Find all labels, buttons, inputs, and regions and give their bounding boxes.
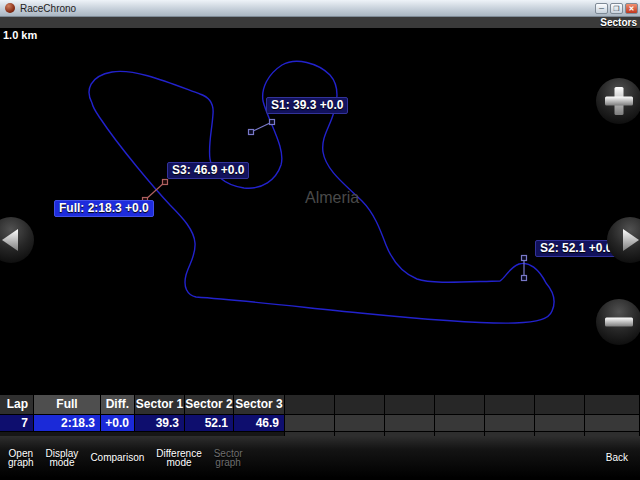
minimize-button[interactable]: ─ [595, 3, 608, 14]
restore-button[interactable]: ❐ [610, 3, 623, 14]
cell-sector3: 46.9 [234, 415, 285, 432]
sector1-marker [249, 120, 275, 135]
difference-mode-button[interactable]: Difference mode [150, 436, 207, 480]
header-full: Full [34, 395, 101, 415]
cell-lap: 7 [0, 415, 34, 432]
close-button[interactable]: ✕ [625, 3, 638, 14]
header-sector1: Sector 1 [135, 395, 185, 415]
display-mode-button[interactable]: Display mode [40, 436, 85, 480]
minus-icon [605, 318, 633, 327]
table-header-row: Lap Full Diff. Sector 1 Sector 2 Sector … [0, 395, 640, 415]
bottom-toolbar: Open graph Display mode Comparison Diffe… [0, 436, 640, 480]
prev-lap-button[interactable] [0, 217, 34, 263]
window-titlebar: RaceChrono ─ ❐ ✕ [0, 0, 640, 17]
results-table: Lap Full Diff. Sector 1 Sector 2 Sector … [0, 395, 640, 436]
header-lap: Lap [0, 395, 34, 415]
open-graph-button[interactable]: Open graph [2, 436, 40, 480]
racechrono-window: RaceChrono ─ ❐ ✕ Sectors [0, 0, 640, 480]
sector-graph-button[interactable]: Sector graph [208, 436, 249, 480]
app-header: Sectors [0, 17, 640, 28]
cell-sector1: 39.3 [135, 415, 185, 432]
sector2-marker [522, 256, 527, 281]
next-lap-button[interactable] [607, 217, 640, 263]
comparison-button[interactable]: Comparison [84, 436, 150, 480]
zoom-in-button[interactable] [596, 78, 640, 124]
app-icon [5, 3, 15, 13]
sector2-time-label: S2: 52.1 +0.0 [535, 240, 617, 257]
cell-diff: +0.0 [101, 415, 135, 432]
page-title: Sectors [600, 17, 637, 28]
zoom-out-button[interactable] [596, 299, 640, 345]
back-button[interactable]: Back [600, 436, 640, 480]
sector3-time-label: S3: 46.9 +0.0 [167, 162, 249, 179]
header-sector2: Sector 2 [185, 395, 234, 415]
lap-row[interactable]: 7 2:18.3 +0.0 39.3 52.1 46.9 [0, 415, 640, 432]
full-lap-time-label: Full: 2:18.3 +0.0 [54, 200, 154, 217]
track-map[interactable]: 1.0 km Almeria S1: 39.3 +0.0 S3: 46.9 +0… [0, 28, 640, 395]
sector1-time-label: S1: 39.3 +0.0 [266, 97, 348, 114]
header-diff: Diff. [101, 395, 135, 415]
window-title: RaceChrono [20, 3, 593, 14]
cell-full: 2:18.3 [34, 415, 101, 432]
track-name-label: Almeria [305, 189, 359, 207]
scale-label: 1.0 km [3, 29, 37, 41]
cell-sector2: 52.1 [185, 415, 234, 432]
header-sector3: Sector 3 [234, 395, 285, 415]
